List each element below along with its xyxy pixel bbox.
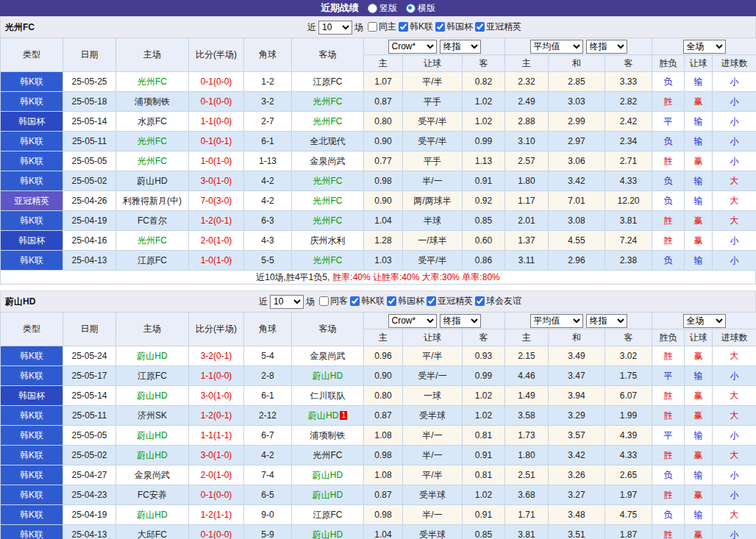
average-select[interactable]: 平均值 — [530, 314, 583, 328]
handicap-result-cell: 赢 — [685, 485, 713, 505]
league-type-cell: 韩K联 — [1, 346, 63, 366]
away-odds-cell: 0.93 — [463, 346, 505, 366]
away-team-cell: 浦项制铁 — [292, 426, 364, 446]
filter-checkbox-韩K联[interactable]: 韩K联 — [348, 295, 385, 307]
bookmaker-select[interactable]: Crow* — [388, 314, 437, 328]
checkbox-input[interactable] — [427, 296, 436, 306]
match-date-cell: 25-05-02 — [63, 171, 116, 191]
average-stage-select[interactable]: 终指 — [586, 40, 627, 54]
bookmaker-select[interactable]: Crow* — [388, 40, 437, 54]
score-cell: 1-0(1-0) — [189, 151, 244, 171]
checkbox-label: 同客 — [330, 295, 348, 307]
avg-home-cell: 3.68 — [505, 485, 549, 505]
league-type-cell: 亚冠精英 — [1, 191, 63, 211]
scope-select[interactable]: 全场 — [683, 40, 726, 54]
checkbox-input[interactable] — [475, 22, 485, 32]
match-row: 韩K联25-05-05蔚山HD1-1(1-1)6-7浦项制铁1.08半/一0.8… — [1, 426, 756, 446]
goals-result-cell: 大 — [713, 446, 756, 465]
result-cell: 负 — [652, 251, 685, 271]
col-header-type: 类型 — [1, 38, 63, 72]
avg-home-cell: 3.10 — [505, 132, 549, 151]
summary-record: 近10场,胜4平1负5, — [256, 271, 329, 284]
league-type-cell: 韩K联 — [1, 366, 63, 386]
match-count-select[interactable]: 10 — [318, 21, 352, 35]
checkbox-input[interactable] — [350, 296, 360, 306]
corner-cell: 6-1 — [244, 132, 292, 151]
handicap-result-cell: 输 — [685, 191, 713, 211]
filter-checkbox-亚冠精英[interactable]: 亚冠精英 — [424, 295, 473, 307]
filter-checkbox-球会友谊[interactable]: 球会友谊 — [473, 295, 521, 307]
table-header-row-1: 类型 日期 主场 比分(半场) 角球 客场 Crow* 终指 平均值 终指 — [1, 313, 756, 329]
scope-select[interactable]: 全场 — [683, 314, 726, 328]
sub-header-handicap-result: 让球 — [685, 55, 713, 72]
match-date-cell: 25-05-05 — [63, 151, 116, 171]
filter-checkbox-同主[interactable]: 同主 — [365, 21, 396, 33]
home-odds-cell: 1.08 — [364, 426, 403, 446]
result-cell: 平 — [652, 366, 685, 386]
checkbox-input[interactable] — [435, 22, 445, 32]
handicap-cell: 平手 — [403, 92, 463, 112]
handicap-cell: 受半球 — [403, 485, 463, 505]
home-odds-cell: 0.98 — [364, 505, 403, 525]
home-odds-cell: 0.98 — [364, 171, 403, 191]
odds-stage-select[interactable]: 终指 — [440, 314, 481, 328]
team-name: 蔚山HD — [5, 296, 35, 308]
goals-result-cell: 大 — [713, 191, 756, 211]
handicap-result-cell: 输 — [685, 72, 713, 92]
away-odds-cell: 0.86 — [463, 251, 505, 271]
layout-vertical-radio[interactable]: 竖版 — [368, 2, 397, 15]
result-cell: 胜 — [652, 485, 685, 505]
corner-cell: 7-4 — [244, 465, 292, 485]
layout-vertical-label: 竖版 — [379, 2, 397, 15]
away-team-cell: 蔚山HD — [292, 525, 364, 539]
layout-horizontal-radio[interactable]: 横版 — [406, 2, 435, 15]
filter-checkbox-韩国杯[interactable]: 韩国杯 — [385, 295, 424, 307]
goals-result-cell: 小 — [713, 426, 756, 446]
avg-home-cell: 2.49 — [505, 92, 549, 112]
away-team-cell: 光州FC — [292, 191, 364, 211]
sub-header-away-odds: 客 — [463, 55, 505, 72]
odds-stage-select[interactable]: 终指 — [440, 40, 481, 54]
home-team-cell: 济州SK — [116, 406, 189, 426]
handicap-result-cell: 赢 — [685, 346, 713, 366]
avg-draw-cell: 3.49 — [549, 346, 605, 366]
filter-checkbox-韩K联[interactable]: 韩K联 — [396, 21, 433, 33]
away-odds-cell: 0.60 — [463, 231, 505, 251]
league-type-cell: 韩国杯 — [1, 386, 63, 406]
away-team-cell: 江原FC — [292, 72, 364, 92]
checkbox-input[interactable] — [368, 22, 377, 32]
checkbox-input[interactable] — [475, 296, 485, 306]
sub-header-avg-home: 主 — [505, 329, 549, 346]
filter-checkbox-同客[interactable]: 同客 — [317, 295, 348, 307]
home-team-cell: 光州FC — [116, 132, 189, 151]
average-select[interactable]: 平均值 — [530, 40, 583, 54]
filter-checkbox-韩国杯[interactable]: 韩国杯 — [433, 21, 473, 33]
match-date-cell: 25-04-23 — [63, 485, 116, 505]
match-date-cell: 25-05-11 — [63, 406, 116, 426]
match-count-select[interactable]: 10 — [270, 295, 304, 309]
checkbox-input[interactable] — [399, 22, 408, 32]
sub-header-home-odds: 主 — [364, 55, 403, 72]
avg-away-cell: 3.33 — [605, 72, 652, 92]
avg-home-cell: 2.15 — [505, 346, 549, 366]
avg-away-cell: 1.75 — [605, 366, 652, 386]
checkbox-input[interactable] — [387, 296, 396, 306]
home-team-cell: 江原FC — [116, 251, 189, 271]
score-cell: 1-2(0-1) — [189, 211, 244, 231]
league-filter-group: 同主韩K联韩国杯亚冠精英 — [365, 21, 521, 34]
league-filter-group: 同客韩K联韩国杯亚冠精英球会友谊 — [317, 295, 521, 308]
match-date-cell: 25-05-11 — [63, 132, 116, 151]
checkbox-input[interactable] — [319, 296, 329, 306]
away-team-cell: 光州FC — [292, 92, 364, 112]
handicap-cell: 两/两球半 — [403, 191, 463, 211]
match-date-cell: 25-05-18 — [63, 92, 116, 112]
col-header-home: 主场 — [116, 38, 189, 72]
handicap-result-cell: 赢 — [685, 406, 713, 426]
sub-header-result: 胜负 — [652, 55, 685, 72]
corner-cell: 6-7 — [244, 426, 292, 446]
filter-checkbox-亚冠精英[interactable]: 亚冠精英 — [473, 21, 521, 33]
handicap-cell: 平手 — [403, 151, 463, 171]
average-stage-select[interactable]: 终指 — [586, 314, 627, 328]
home-odds-cell: 1.04 — [364, 211, 403, 231]
handicap-result-cell: 赢 — [685, 386, 713, 406]
